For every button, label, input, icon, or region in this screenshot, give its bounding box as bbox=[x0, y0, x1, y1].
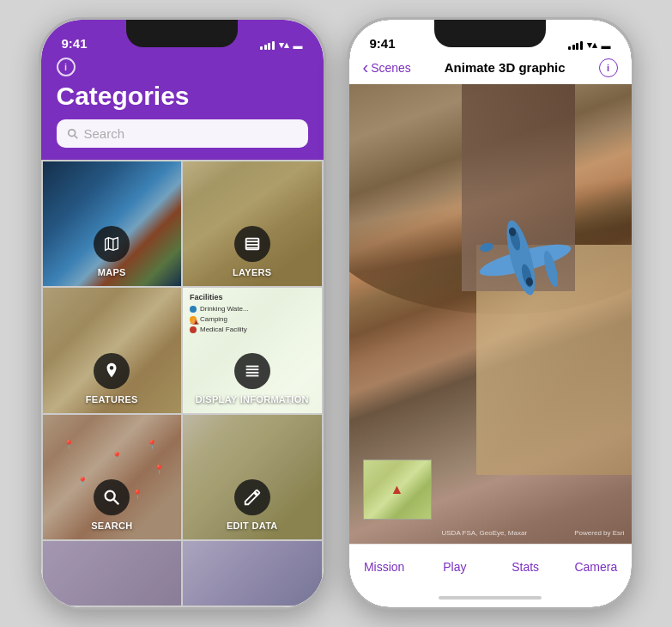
categories-grid: MAPS LAYERS bbox=[41, 160, 324, 607]
display-item-2: ⛺ Camping bbox=[190, 315, 315, 323]
svg-point-17 bbox=[478, 241, 493, 253]
category-edit-data[interactable]: EDIT DATA bbox=[183, 415, 322, 539]
search-icon-wrap bbox=[94, 479, 130, 515]
maps-label: MAPS bbox=[98, 267, 126, 277]
status-bar-right: 9:41 ▾▴ ▬ bbox=[349, 20, 632, 58]
info-icon-right[interactable]: i bbox=[599, 58, 618, 77]
category-partial-2[interactable] bbox=[183, 541, 322, 606]
editdata-label: EDIT DATA bbox=[227, 520, 278, 531]
home-indicator-right bbox=[349, 588, 632, 607]
category-layers[interactable]: LAYERS bbox=[183, 161, 322, 286]
status-bar-left: 9:41 ▾▴ ▬ bbox=[41, 20, 324, 58]
search-glass-icon bbox=[102, 488, 121, 507]
pencil-icon bbox=[243, 488, 262, 507]
tab-stats[interactable]: Stats bbox=[490, 560, 560, 574]
category-features[interactable]: FEATURES bbox=[43, 288, 182, 412]
tab-camera[interactable]: Camera bbox=[560, 560, 631, 574]
map-icon bbox=[102, 234, 121, 253]
categories-title: Categories bbox=[57, 82, 308, 111]
display-item-1: Drinking Wate... bbox=[190, 305, 315, 313]
scene-title: Animate 3D graphic bbox=[445, 60, 566, 75]
layers-label: LAYERS bbox=[233, 267, 271, 277]
search-icon bbox=[67, 128, 79, 140]
categories-screen: 9:41 ▾▴ ▬ i Categories bbox=[41, 20, 324, 607]
attribution-left: USDA FSA, GeoEye, Maxar bbox=[442, 529, 528, 537]
animate-3d-screen: 9:41 ▾▴ ▬ ‹ Scenes A bbox=[349, 20, 632, 607]
editdata-icon-wrap bbox=[234, 479, 270, 515]
status-icons-right: ▾▴ ▬ bbox=[568, 40, 611, 51]
mini-map-arrow: ▲ bbox=[390, 482, 404, 497]
category-maps[interactable]: MAPS bbox=[43, 161, 182, 286]
time-left: 9:41 bbox=[62, 36, 88, 51]
back-button[interactable]: ‹ Scenes bbox=[363, 58, 411, 77]
battery-icon-right: ▬ bbox=[602, 40, 611, 51]
category-search[interactable]: 📍 📍 📍 📍 📍 📍 SEARCH bbox=[43, 415, 182, 539]
map-attribution: USDA FSA, GeoEye, Maxar Powered by Esri bbox=[435, 529, 632, 537]
svg-line-13 bbox=[114, 500, 119, 505]
tab-mission[interactable]: Mission bbox=[349, 560, 420, 574]
wifi-icon-right: ▾▴ bbox=[587, 40, 597, 51]
3d-map-area[interactable]: ▲ USDA FSA, GeoEye, Maxar Powered by Esr… bbox=[349, 84, 632, 544]
scene-header: ‹ Scenes Animate 3D graphic i bbox=[349, 58, 632, 84]
mini-map: ▲ bbox=[363, 460, 432, 520]
pin-icon bbox=[102, 362, 121, 380]
category-partial-1[interactable] bbox=[43, 541, 182, 606]
search-placeholder: Search bbox=[84, 126, 125, 141]
time-right: 9:41 bbox=[370, 36, 396, 51]
display-label: DISPLAY INFORMATION bbox=[196, 394, 309, 405]
category-display-information[interactable]: Facilities Drinking Wate... ⛺ Camping Me… bbox=[183, 288, 322, 412]
tab-play[interactable]: Play bbox=[420, 560, 490, 574]
search-bar[interactable]: Search bbox=[57, 119, 308, 148]
back-label: Scenes bbox=[371, 61, 411, 75]
signal-icon bbox=[260, 41, 275, 50]
layers-icon bbox=[243, 234, 262, 253]
attribution-right: Powered by Esri bbox=[574, 529, 624, 537]
display-icon-wrap bbox=[234, 353, 270, 389]
display-item-3: Medical Facility bbox=[190, 326, 315, 333]
left-phone: 9:41 ▾▴ ▬ i Categories bbox=[39, 17, 326, 610]
right-phone: 9:41 ▾▴ ▬ ‹ Scenes A bbox=[347, 17, 634, 610]
info-icon-left[interactable]: i bbox=[57, 58, 76, 76]
status-icons-left: ▾▴ ▬ bbox=[260, 40, 303, 51]
airplane-3d-graphic bbox=[457, 213, 594, 316]
categories-header: i Categories Search bbox=[41, 58, 324, 160]
signal-icon-right bbox=[568, 41, 583, 50]
wifi-icon: ▾▴ bbox=[279, 40, 289, 51]
battery-icon: ▬ bbox=[294, 40, 303, 51]
svg-point-12 bbox=[106, 490, 115, 500]
search-label: SEARCH bbox=[91, 520, 132, 531]
layers-icon-wrap bbox=[234, 226, 270, 262]
back-chevron-icon: ‹ bbox=[363, 58, 369, 77]
features-label: FEATURES bbox=[86, 394, 138, 405]
svg-line-1 bbox=[74, 135, 77, 138]
list-icon bbox=[243, 362, 262, 380]
airplane-svg bbox=[457, 213, 594, 316]
features-icon-wrap bbox=[94, 353, 130, 389]
bottom-tabs: Mission Play Stats Camera bbox=[349, 544, 632, 588]
svg-point-0 bbox=[68, 129, 75, 136]
